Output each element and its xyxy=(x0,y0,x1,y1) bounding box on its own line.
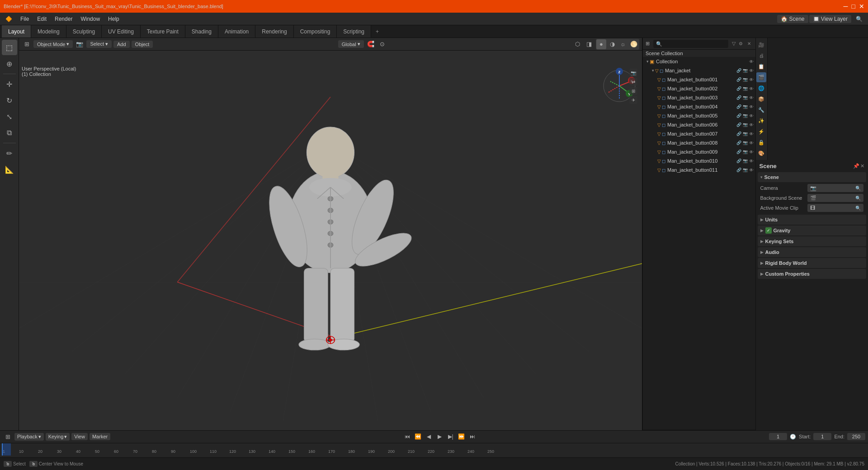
props-object-tab[interactable]: 📦 xyxy=(756,94,766,104)
btn001-visibility[interactable]: 👁 xyxy=(749,77,754,82)
end-frame-input[interactable] xyxy=(847,433,865,440)
tool-measure[interactable]: 📐 xyxy=(2,162,17,177)
next-keyframe-btn[interactable]: ⏩ xyxy=(457,432,467,442)
gravity-checkbox[interactable]: ✓ xyxy=(765,227,772,234)
outliner-item-btn009[interactable]: ▽ ◻ Man_jacket_button009 🔗 📷 👁 xyxy=(643,147,755,156)
outliner-item-btn007[interactable]: ▽ ◻ Man_jacket_button007 🔗 📷 👁 xyxy=(643,129,755,138)
units-section-header[interactable]: ▶ Units xyxy=(758,215,867,225)
menu-blender[interactable]: 🔶 xyxy=(2,15,16,23)
outliner-item-collection[interactable]: ▾ ▣ Collection 👁 xyxy=(643,57,755,66)
btn008-visibility[interactable]: 👁 xyxy=(749,141,754,146)
view-menu[interactable]: View xyxy=(71,433,88,440)
camera-eyedrop[interactable]: 🔍 xyxy=(855,186,861,191)
overlay-btn[interactable]: ⬡ xyxy=(572,39,582,49)
man-jacket-visibility[interactable]: 👁 xyxy=(749,68,754,73)
outliner-item-btn004[interactable]: ▽ ◻ Man_jacket_button004 🔗 📷 👁 xyxy=(643,102,755,111)
tool-select[interactable]: ⬚ xyxy=(2,40,17,55)
outliner-settings-btn[interactable]: ⚙ xyxy=(737,40,745,47)
outliner-item-btn006[interactable]: ▽ ◻ Man_jacket_button006 🔗 📷 👁 xyxy=(643,120,755,129)
tool-annotate[interactable]: ✏ xyxy=(2,146,17,161)
props-particles-tab[interactable]: ✨ xyxy=(756,116,766,126)
object-mode-selector[interactable]: Object Mode ▾ xyxy=(33,40,73,48)
btn007-visibility[interactable]: 👁 xyxy=(749,132,754,136)
fly-mode-btn[interactable]: ✈ xyxy=(629,96,637,104)
active-movie-clip-value[interactable]: 🎞 🔍 xyxy=(807,204,864,212)
btn010-visibility[interactable]: 👁 xyxy=(749,159,754,164)
props-output-tab[interactable]: 🖨 xyxy=(756,51,766,61)
tab-texture-paint[interactable]: Texture Paint xyxy=(141,25,185,38)
material-shading-btn[interactable]: ◑ xyxy=(607,39,617,49)
minimize-button[interactable]: ─ xyxy=(844,3,848,10)
jump-to-start-btn[interactable]: ⏮ xyxy=(402,432,412,442)
marker-menu[interactable]: Marker xyxy=(90,433,110,440)
view-sync-btn[interactable]: ⇄ xyxy=(629,78,637,86)
object-menu-btn[interactable]: Object xyxy=(132,41,153,48)
keying-menu[interactable]: Keying ▾ xyxy=(46,433,70,441)
audio-section-header[interactable]: ▶ Audio xyxy=(758,247,867,257)
jump-to-end-btn[interactable]: ⏭ xyxy=(467,432,477,442)
perspective-toggle-btn[interactable]: 📷 xyxy=(629,69,637,77)
viewport-menu-icon[interactable]: ⊞ xyxy=(22,39,32,49)
menu-edit[interactable]: Edit xyxy=(33,15,50,23)
scene-name[interactable]: 🏠 Scene xyxy=(777,15,808,23)
collection-expand-arrow[interactable]: ▾ xyxy=(646,59,649,64)
menu-render[interactable]: Render xyxy=(51,15,76,23)
outliner-item-btn008[interactable]: ▽ ◻ Man_jacket_button008 🔗 📷 👁 xyxy=(643,138,755,147)
props-close-x[interactable]: ✕ xyxy=(860,163,864,169)
tab-animation[interactable]: Animation xyxy=(218,25,255,38)
solid-shading-btn[interactable]: ● xyxy=(596,39,606,49)
btn002-visibility[interactable]: 👁 xyxy=(749,86,754,91)
keying-sets-section-header[interactable]: ▶ Keying Sets xyxy=(758,236,867,246)
menu-file[interactable]: File xyxy=(17,15,33,23)
tab-modeling[interactable]: Modeling xyxy=(31,25,66,38)
tool-scale[interactable]: ⤡ xyxy=(2,109,17,124)
movie-clip-eyedrop[interactable]: 🔍 xyxy=(855,206,861,211)
tab-uv-editing[interactable]: UV Editing xyxy=(102,25,141,38)
viewport-3d[interactable]: ⊞ Object Mode ▾ 📷 Select ▾ Add Object Gl… xyxy=(19,38,642,430)
props-view-layer-tab[interactable]: 📋 xyxy=(756,61,766,71)
outliner-filter-btn[interactable]: ▽ xyxy=(732,41,736,47)
tab-rendering[interactable]: Rendering xyxy=(255,25,293,38)
proportional-edit-btn[interactable]: ⊙ xyxy=(377,39,387,49)
prev-keyframe-btn[interactable]: ⏪ xyxy=(413,432,423,442)
scene-canvas[interactable]: User Perspective (Local) (1) Collection xyxy=(19,51,642,430)
tool-move[interactable]: ✛ xyxy=(2,76,17,92)
tab-sculpting[interactable]: Sculpting xyxy=(66,25,102,38)
navigation-gizmo[interactable]: X Y Z 📷 ⇄ ⊞ ✈ xyxy=(601,68,637,104)
viewport-view-menu[interactable]: 📷 xyxy=(75,39,85,49)
add-workspace-button[interactable]: + xyxy=(371,25,383,38)
outliner-item-man-jacket[interactable]: ▾ ▽ ◻ Man_jacket 🔗 📷 👁 xyxy=(643,66,755,75)
props-pin-btn[interactable]: 📌 xyxy=(853,163,859,169)
props-scene-tab[interactable]: 🎬 xyxy=(756,72,766,82)
outliner-item-btn010[interactable]: ▽ ◻ Man_jacket_button010 🔗 📷 👁 xyxy=(643,156,755,165)
outliner-close-btn[interactable]: ✕ xyxy=(745,40,753,47)
outliner-item-btn002[interactable]: ▽ ◻ Man_jacket_button002 🔗 📷 👁 xyxy=(643,84,755,93)
select-mode-btn[interactable]: Select ▾ xyxy=(86,40,112,48)
xray-btn[interactable]: ◨ xyxy=(584,39,594,49)
man-jacket-arrow[interactable]: ▾ xyxy=(652,68,654,73)
outliner-search-input[interactable] xyxy=(653,40,728,48)
outliner-item-btn001[interactable]: ▽ ◻ Man_jacket_button001 🔗 📷 👁 xyxy=(643,75,755,84)
rigid-body-section-header[interactable]: ▶ Rigid Body World xyxy=(758,258,867,268)
add-menu-btn[interactable]: Add xyxy=(113,41,130,48)
current-frame-input[interactable] xyxy=(769,433,787,440)
render-shading-btn[interactable]: ☼ xyxy=(618,39,628,49)
rendered-shading-btn[interactable]: 🌕 xyxy=(629,39,639,49)
tool-transform[interactable]: ⧉ xyxy=(2,125,17,141)
props-constraints-tab[interactable]: 🔒 xyxy=(756,137,766,147)
outliner-item-btn005[interactable]: ▽ ◻ Man_jacket_button005 🔗 📷 👁 xyxy=(643,111,755,120)
custom-props-section-header[interactable]: ▶ Custom Properties xyxy=(758,269,867,279)
tab-shading[interactable]: Shading xyxy=(185,25,218,38)
btn006-visibility[interactable]: 👁 xyxy=(749,122,754,127)
view-layer[interactable]: 🔲 View Layer xyxy=(809,15,851,23)
props-physics-tab[interactable]: ⚡ xyxy=(756,127,766,136)
scene-section-header[interactable]: ▾ Scene xyxy=(758,172,867,182)
menu-help[interactable]: Help xyxy=(104,15,123,23)
tool-rotate[interactable]: ↻ xyxy=(2,93,17,108)
btn009-visibility[interactable]: 👁 xyxy=(749,150,754,155)
gravity-section-header[interactable]: ▶ ✓ Gravity xyxy=(758,226,867,235)
global-transform-btn[interactable]: Global ▾ xyxy=(338,40,364,48)
tab-compositing[interactable]: Compositing xyxy=(294,25,337,38)
props-world-tab[interactable]: 🌐 xyxy=(756,83,766,93)
btn005-visibility[interactable]: 👁 xyxy=(749,113,754,118)
